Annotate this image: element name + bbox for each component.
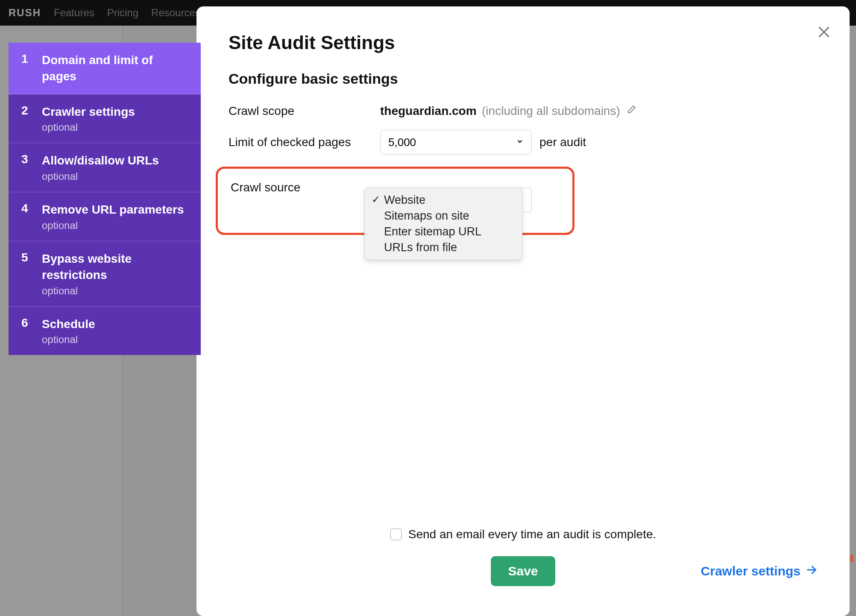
step-optional: optional	[42, 220, 188, 232]
dropdown-option[interactable]: Website	[365, 192, 522, 208]
next-step-label: Crawler settings	[701, 564, 800, 578]
crawl-scope-row: Crawl scope theguardian.com (including a…	[229, 104, 818, 118]
pencil-icon[interactable]	[626, 105, 636, 117]
limit-row: Limit of checked pages 5,000 per audit	[229, 130, 818, 155]
modal-title: Site Audit Settings	[229, 32, 818, 53]
step-label: Crawler settings	[42, 104, 188, 120]
step-number: 1	[21, 52, 30, 85]
email-checkbox[interactable]	[390, 528, 402, 540]
step-label: Remove URL parameters	[42, 202, 188, 218]
dropdown-option[interactable]: Sitemaps on site	[365, 208, 522, 224]
modal-footer: Send an email every time an audit is com…	[229, 528, 818, 586]
crawl-scope-value: theguardian.com	[380, 104, 477, 117]
footer-actions: Save Crawler settings	[229, 556, 818, 586]
per-audit-text: per audit	[539, 135, 586, 149]
crawl-source-label: Crawl source	[231, 181, 369, 194]
next-step-link[interactable]: Crawler settings	[701, 564, 818, 579]
email-notify-row: Send an email every time an audit is com…	[229, 528, 818, 541]
limit-select[interactable]: 5,000	[380, 130, 532, 155]
step-number: 6	[21, 316, 30, 346]
step-optional: optional	[42, 170, 188, 182]
step-label: Bypass website restrictions	[42, 251, 188, 283]
modal-subtitle: Configure basic settings	[229, 70, 818, 87]
step-number: 2	[21, 104, 30, 134]
crawl-scope-label: Crawl scope	[229, 104, 380, 118]
dropdown-option[interactable]: URLs from file	[365, 240, 522, 255]
close-icon[interactable]	[816, 24, 832, 42]
step-6[interactable]: 6Scheduleoptional	[9, 307, 201, 355]
step-optional: optional	[42, 334, 188, 346]
step-label: Domain and limit of pages	[42, 52, 188, 85]
step-1[interactable]: 1Domain and limit of pages	[9, 43, 201, 94]
crawl-source-dropdown: WebsiteSitemaps on siteEnter sitemap URL…	[364, 188, 522, 260]
step-2[interactable]: 2Crawler settingsoptional	[9, 94, 201, 144]
crawl-scope-extra: (including all subdomains)	[482, 104, 620, 117]
limit-value: 5,000	[388, 136, 416, 149]
step-label: Allow/disallow URLs	[42, 153, 188, 169]
step-3[interactable]: 3Allow/disallow URLsoptional	[9, 143, 201, 192]
dropdown-option[interactable]: Enter sitemap URL	[365, 224, 522, 240]
settings-modal: Site Audit Settings Configure basic sett…	[196, 6, 850, 616]
email-label: Send an email every time an audit is com…	[408, 528, 657, 541]
step-optional: optional	[42, 285, 188, 297]
step-label: Schedule	[42, 316, 188, 332]
limit-label: Limit of checked pages	[229, 135, 380, 149]
step-number: 5	[21, 251, 30, 297]
crawl-scope-value-wrap: theguardian.com (including all subdomain…	[380, 104, 636, 118]
steps-panel: 1Domain and limit of pages2Crawler setti…	[9, 43, 201, 355]
crawl-source-highlight: Crawl source WebsiteSitemaps on siteEnte…	[216, 167, 575, 235]
chevron-down-icon	[516, 138, 524, 147]
step-4[interactable]: 4Remove URL parametersoptional	[9, 192, 201, 241]
step-optional: optional	[42, 121, 188, 133]
step-number: 3	[21, 153, 30, 182]
step-5[interactable]: 5Bypass website restrictionsoptional	[9, 241, 201, 307]
save-button[interactable]: Save	[491, 556, 555, 586]
arrow-right-icon	[806, 564, 818, 579]
step-number: 4	[21, 202, 30, 232]
